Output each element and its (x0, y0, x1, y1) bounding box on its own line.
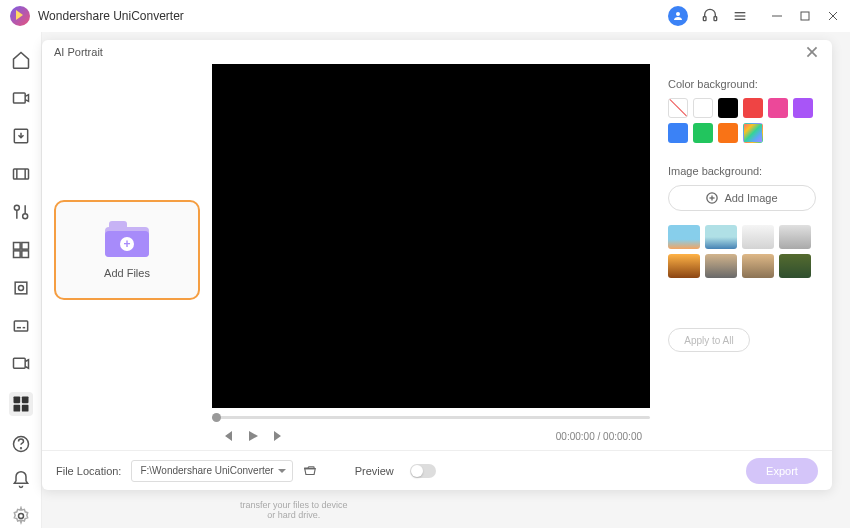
file-location-select[interactable]: F:\Wondershare UniConverter (131, 460, 292, 482)
sidebar-video[interactable] (11, 88, 31, 108)
image-grid (668, 225, 816, 278)
color-white[interactable] (693, 98, 713, 118)
export-button[interactable]: Export (746, 458, 818, 484)
svg-point-34 (20, 448, 21, 449)
sidebar-home[interactable] (11, 50, 31, 70)
bg-thumb-3[interactable] (742, 225, 774, 249)
svg-rect-10 (13, 93, 25, 103)
prev-button[interactable] (220, 429, 234, 443)
color-black[interactable] (718, 98, 738, 118)
color-pink[interactable] (768, 98, 788, 118)
svg-point-16 (22, 214, 27, 219)
folder-open-icon[interactable] (303, 464, 317, 478)
svg-rect-29 (13, 397, 20, 404)
sidebar-record[interactable] (11, 354, 31, 374)
next-button[interactable] (272, 429, 286, 443)
svg-rect-21 (21, 243, 28, 250)
scrubber[interactable] (212, 412, 650, 422)
svg-rect-12 (13, 169, 28, 179)
svg-point-0 (676, 12, 680, 16)
sidebar-notifications[interactable] (11, 470, 31, 490)
maximize-button[interactable] (798, 9, 812, 23)
svg-rect-7 (801, 12, 809, 20)
app-logo (10, 6, 30, 26)
file-location-label: File Location: (56, 465, 121, 477)
svg-rect-28 (13, 358, 25, 368)
svg-point-15 (14, 205, 19, 210)
play-button[interactable] (246, 429, 260, 443)
svg-rect-31 (13, 405, 20, 412)
svg-rect-25 (14, 321, 27, 331)
preview-label: Preview (355, 465, 394, 477)
svg-rect-2 (714, 17, 717, 21)
color-transparent[interactable] (668, 98, 688, 118)
color-grid (668, 98, 816, 143)
user-icon[interactable] (668, 6, 688, 26)
svg-rect-30 (21, 397, 28, 404)
svg-point-24 (18, 286, 23, 291)
sidebar-merge[interactable] (11, 240, 31, 260)
sidebar-settings[interactable] (11, 506, 31, 526)
bg-thumb-5[interactable] (668, 254, 700, 278)
svg-rect-1 (703, 17, 706, 21)
add-files-button[interactable]: + Add Files (54, 200, 200, 300)
support-icon[interactable] (702, 8, 718, 24)
close-icon[interactable] (804, 44, 820, 60)
sidebar-compress[interactable] (11, 164, 31, 184)
svg-rect-23 (15, 282, 27, 294)
hamburger-icon[interactable] (732, 8, 748, 24)
svg-rect-32 (21, 405, 28, 412)
color-purple[interactable] (793, 98, 813, 118)
preview-toggle[interactable] (410, 464, 436, 478)
svg-rect-19 (13, 243, 20, 250)
sidebar-edit[interactable] (11, 202, 31, 222)
time-display: 00:00:00 / 00:00:00 (556, 431, 642, 442)
app-title: Wondershare UniConverter (38, 9, 184, 23)
sidebar-help[interactable] (11, 434, 31, 454)
bg-thumb-4[interactable] (779, 225, 811, 249)
svg-rect-20 (21, 251, 28, 258)
bg-thumb-2[interactable] (705, 225, 737, 249)
add-image-button[interactable]: Add Image (668, 185, 816, 211)
add-image-label: Add Image (724, 192, 777, 204)
color-bg-label: Color background: (668, 78, 816, 90)
color-rainbow[interactable] (743, 123, 763, 143)
bg-card-text: transfer your files to deviceor hard dri… (240, 500, 348, 520)
apply-all-button[interactable]: Apply to All (668, 328, 750, 352)
sidebar-toolbox[interactable] (9, 392, 33, 416)
svg-point-35 (18, 514, 23, 519)
folder-plus-icon: + (105, 221, 149, 257)
color-green[interactable] (693, 123, 713, 143)
bg-thumb-8[interactable] (779, 254, 811, 278)
bg-thumb-7[interactable] (742, 254, 774, 278)
bg-thumb-6[interactable] (705, 254, 737, 278)
preview-canvas (212, 64, 650, 408)
bg-thumb-1[interactable] (668, 225, 700, 249)
sidebar-subtitle[interactable] (11, 316, 31, 336)
color-blue[interactable] (668, 123, 688, 143)
color-red[interactable] (743, 98, 763, 118)
image-bg-label: Image background: (668, 165, 816, 177)
close-button[interactable] (826, 9, 840, 23)
svg-rect-22 (13, 251, 20, 258)
modal-title: AI Portrait (54, 46, 103, 58)
sidebar-crop[interactable] (11, 278, 31, 298)
sidebar-download[interactable] (11, 126, 31, 146)
add-files-label: Add Files (104, 267, 150, 279)
color-orange[interactable] (718, 123, 738, 143)
minimize-button[interactable] (770, 9, 784, 23)
